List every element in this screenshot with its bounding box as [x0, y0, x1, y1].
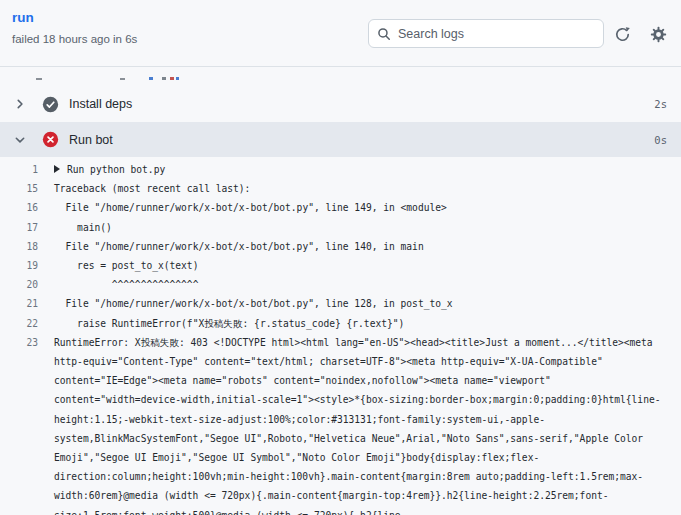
log-line-number[interactable]: 1 — [0, 160, 38, 179]
log-line-number[interactable]: 19 — [0, 256, 38, 275]
log-group-title: Run python bot.py — [67, 164, 165, 175]
log-line-number[interactable]: 17 — [0, 218, 38, 237]
clipped-text-fragment — [176, 77, 179, 80]
log-line-number[interactable]: 23 — [0, 333, 38, 515]
step-duration: 2s — [654, 98, 667, 110]
log-line-number[interactable]: 15 — [0, 179, 38, 198]
chevron-down-icon — [12, 132, 28, 148]
sync-icon — [614, 26, 631, 43]
step-name: Run bot — [69, 133, 654, 147]
log-line-number[interactable]: 21 — [0, 294, 38, 313]
job-status-summary: failed 18 hours ago in 6s — [12, 33, 137, 45]
step-row-install-deps[interactable]: Install deps 2s — [0, 86, 681, 122]
search-logs-input[interactable] — [398, 27, 595, 41]
refresh-logs-button[interactable] — [612, 24, 632, 44]
log-line: 16 File "/home/runner/work/x-bot/x-bot/b… — [0, 198, 681, 217]
step-name: Install deps — [69, 97, 654, 111]
clipped-text-fragment — [162, 77, 166, 80]
clipped-text-fragment — [120, 78, 125, 80]
log-line-text: File "/home/runner/work/x-bot/x-bot/bot.… — [54, 294, 667, 313]
step-row-run-bot[interactable]: Run bot 0s — [0, 122, 681, 157]
log-group-line: 1 Run python bot.py — [0, 160, 681, 179]
log-group-toggle-icon[interactable] — [54, 165, 60, 173]
log-line: 20 ^^^^^^^^^^^^^^^ — [0, 275, 681, 294]
search-icon — [377, 27, 391, 41]
log-line-text: File "/home/runner/work/x-bot/x-bot/bot.… — [54, 237, 667, 256]
job-name-link[interactable]: run — [12, 10, 34, 25]
log-line: 18 File "/home/runner/work/x-bot/x-bot/b… — [0, 237, 681, 256]
log-line-text: res = post_to_x(text) — [54, 256, 667, 275]
search-logs-box — [368, 19, 604, 48]
clipped-log-row — [0, 67, 681, 86]
check-circle-icon — [42, 96, 59, 113]
log-line-text: File "/home/runner/work/x-bot/x-bot/bot.… — [54, 198, 667, 217]
log-output: 1 Run python bot.py 15 Traceback (most r… — [0, 157, 681, 515]
log-line: 17 main() — [0, 218, 681, 237]
clipped-text-fragment — [149, 77, 153, 80]
log-line-text: main() — [54, 218, 667, 237]
log-line: 15 Traceback (most recent call last): — [0, 179, 681, 198]
step-duration: 0s — [654, 134, 667, 146]
clipped-text-fragment — [36, 78, 42, 80]
log-line-text: raise RuntimeError(f"X投稿失敗: {r.status_co… — [54, 314, 667, 333]
log-line-text: Traceback (most recent call last): — [54, 179, 667, 198]
log-line-number[interactable]: 20 — [0, 275, 38, 294]
log-line: 23 RuntimeError: X投稿失敗: 403 <!DOCTYPE ht… — [0, 333, 681, 515]
x-circle-icon — [42, 131, 59, 148]
log-line-number[interactable]: 18 — [0, 237, 38, 256]
log-line-text: ^^^^^^^^^^^^^^^ — [54, 275, 667, 294]
log-line: 22 raise RuntimeError(f"X投稿失敗: {r.status… — [0, 314, 681, 333]
log-line: 21 File "/home/runner/work/x-bot/x-bot/b… — [0, 294, 681, 313]
gear-icon — [650, 26, 667, 43]
chevron-right-icon — [12, 96, 28, 112]
clipped-text-fragment — [170, 77, 174, 80]
log-header: run failed 18 hours ago in 6s — [0, 0, 681, 67]
log-line: 19 res = post_to_x(text) — [0, 256, 681, 275]
log-line-text: RuntimeError: X投稿失敗: 403 <!DOCTYPE html>… — [54, 333, 667, 515]
log-line-number[interactable]: 16 — [0, 198, 38, 217]
log-line-number[interactable]: 22 — [0, 314, 38, 333]
log-settings-button[interactable] — [648, 24, 668, 44]
